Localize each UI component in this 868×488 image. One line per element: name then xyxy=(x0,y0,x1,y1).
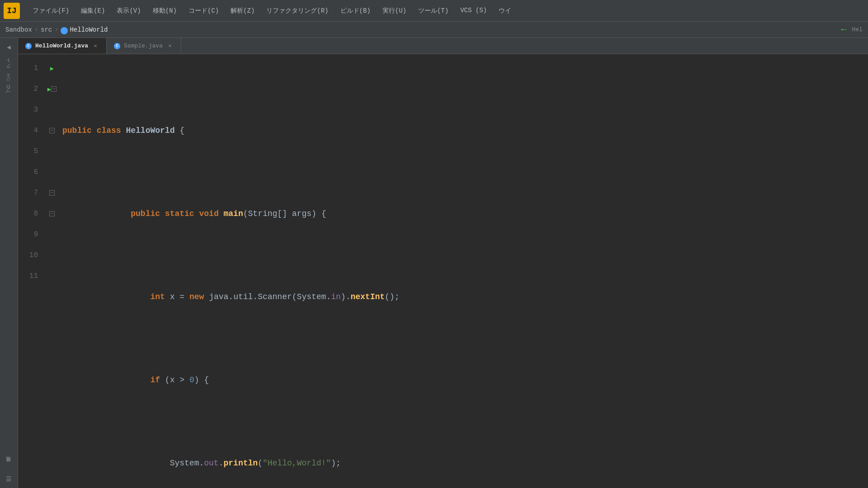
tab-sample-label: Sample.java xyxy=(124,42,163,49)
breadcrumb-current-file: HelloWorld xyxy=(70,26,108,33)
num-0: 0 xyxy=(189,370,194,390)
kw-int: int xyxy=(150,286,165,307)
fold-icon-2[interactable]: − xyxy=(51,86,57,92)
method-main: main xyxy=(224,203,243,224)
gutter-6 xyxy=(45,162,59,183)
menu-analyze[interactable]: 解析(Z) xyxy=(225,4,260,18)
paren-5b: ); xyxy=(331,453,341,474)
tab-helloworld[interactable]: C HelloWorld.java ✕ xyxy=(18,38,107,54)
menu-items: ファイル(F) 編集(E) 表示(V) 移動(N) コード(C) 解析(Z) リ… xyxy=(27,4,864,18)
menu-code[interactable]: コード(C) xyxy=(183,4,224,18)
gutter-8[interactable]: − xyxy=(45,203,59,224)
menu-refactor[interactable]: リファクタリング(R) xyxy=(261,4,334,18)
fold-icon-4[interactable]: − xyxy=(49,128,55,133)
gutter-2[interactable]: ▶ − xyxy=(45,79,59,99)
menu-tools[interactable]: ツール(T) xyxy=(413,4,454,18)
brace-open-2: { xyxy=(321,203,326,224)
editor-area: C HelloWorld.java ✕ C Sample.java ✕ 1 2 … xyxy=(18,38,868,488)
dot-1: . xyxy=(326,286,331,307)
breadcrumb-right: ← Hel xyxy=(841,24,863,35)
method-nextint: nextInt xyxy=(350,286,385,307)
line-num-4: 4 xyxy=(22,120,42,141)
helloworld-class-icon xyxy=(61,27,68,34)
code-line-2: public static void main(String[] args) { xyxy=(62,203,868,224)
gt: > xyxy=(179,370,184,390)
tab-helloworld-label: HelloWorld.java xyxy=(35,42,88,49)
line-num-5: 5 xyxy=(22,141,42,162)
field-in: in xyxy=(331,286,341,307)
class-system: System xyxy=(297,286,326,307)
line-num-8: 8 xyxy=(22,203,42,224)
var-x2: x xyxy=(170,370,175,390)
sidebar-icon-top[interactable]: ◀ xyxy=(4,42,14,52)
code-line-4: if (x > 0) { xyxy=(62,370,868,390)
gutter-7[interactable]: − xyxy=(45,183,59,203)
paren-3: ( xyxy=(292,286,297,307)
dot-2: . xyxy=(346,286,351,307)
line-num-10: 10 xyxy=(22,245,42,266)
fold-icon-7[interactable]: − xyxy=(49,190,55,196)
gutter-1[interactable]: ▶ xyxy=(45,58,59,79)
code-editor[interactable]: 1 2 3 4 5 6 7 8 9 10 11 ▶ ▶ − xyxy=(18,54,868,488)
var-args: args xyxy=(292,203,311,224)
main-layout: ◀ プロジェクト 構造 ☰ C HelloWorld.java ✕ C Samp… xyxy=(0,38,868,488)
class-java-util: java.util.Scanner xyxy=(209,286,292,307)
menu-view[interactable]: 表示(V) xyxy=(111,4,146,18)
brace-3: { xyxy=(204,370,209,390)
gutter-5 xyxy=(45,141,59,162)
line-numbers: 1 2 3 4 5 6 7 8 9 10 11 xyxy=(18,58,45,484)
helloworld-tab-icon: C xyxy=(25,43,32,49)
kw-public-2: public xyxy=(131,203,160,224)
menu-edit[interactable]: 編集(E) xyxy=(75,4,110,18)
run-icon-1[interactable]: ▶ xyxy=(50,65,54,72)
tab-helloworld-close[interactable]: ✕ xyxy=(92,42,99,50)
fold-icon-8[interactable]: − xyxy=(49,211,55,216)
gutter-9 xyxy=(45,224,59,245)
paren-2: ) xyxy=(311,203,316,224)
bracket-1: [] xyxy=(277,203,287,224)
run-icon-2[interactable]: ▶ xyxy=(47,85,51,93)
paren-5a: ( xyxy=(258,453,263,474)
code-content[interactable]: public class HelloWorld { public static … xyxy=(59,58,868,484)
menu-run[interactable]: 実行(U) xyxy=(377,4,412,18)
code-line-5: System.out.println("Hello,World!"); xyxy=(62,453,868,474)
app-logo: IJ xyxy=(4,3,20,19)
breadcrumb-sep-1: › xyxy=(35,27,38,33)
sidebar-icon-bottom[interactable]: ☰ xyxy=(4,474,14,484)
kw-static: static xyxy=(165,203,194,224)
paren-1: ( xyxy=(243,203,248,224)
gutter-10 xyxy=(45,245,59,266)
sidebar-project-label[interactable]: プロジェクト xyxy=(5,60,12,97)
dot-5a: . xyxy=(199,453,204,474)
parens-5: (); xyxy=(385,286,399,307)
breadcrumb-right-label: Hel xyxy=(852,26,863,33)
class-system-5: System xyxy=(170,453,199,474)
type-string: String xyxy=(248,203,278,224)
kw-void: void xyxy=(199,203,218,224)
var-x: x xyxy=(170,286,175,307)
menu-file[interactable]: ファイル(F) xyxy=(27,4,75,18)
gutter-11 xyxy=(45,266,59,286)
tabs-bar: C HelloWorld.java ✕ C Sample.java ✕ xyxy=(18,38,868,54)
tab-sample-close[interactable]: ✕ xyxy=(166,42,174,50)
breadcrumb-project[interactable]: Sandbox xyxy=(5,26,32,33)
gutter: ▶ ▶ − − − − xyxy=(45,58,59,484)
back-arrow-icon[interactable]: ← xyxy=(841,24,847,35)
tab-sample[interactable]: C Sample.java ✕ xyxy=(107,38,181,54)
sidebar-structure-label[interactable]: 構造 xyxy=(5,465,12,466)
kw-if: if xyxy=(150,370,160,390)
left-sidebar: ◀ プロジェクト 構造 ☰ xyxy=(0,38,18,488)
menu-build[interactable]: ビルド(B) xyxy=(335,4,376,18)
line-num-3: 3 xyxy=(22,99,42,120)
brace-open-1: { xyxy=(179,120,184,141)
menu-navigate[interactable]: 移動(N) xyxy=(147,4,182,18)
kw-new: new xyxy=(189,286,204,307)
menu-vcs[interactable]: VCS (S) xyxy=(455,4,492,18)
breadcrumb-src[interactable]: src xyxy=(41,26,52,33)
paren-4: ) xyxy=(341,286,346,307)
menu-window[interactable]: ウイ xyxy=(493,4,517,18)
code-line-1: public class HelloWorld { xyxy=(62,120,868,141)
kw-class: class xyxy=(97,120,121,141)
menu-bar: IJ ファイル(F) 編集(E) 表示(V) 移動(N) コード(C) 解析(Z… xyxy=(0,0,868,22)
gutter-4[interactable]: − xyxy=(45,120,59,141)
